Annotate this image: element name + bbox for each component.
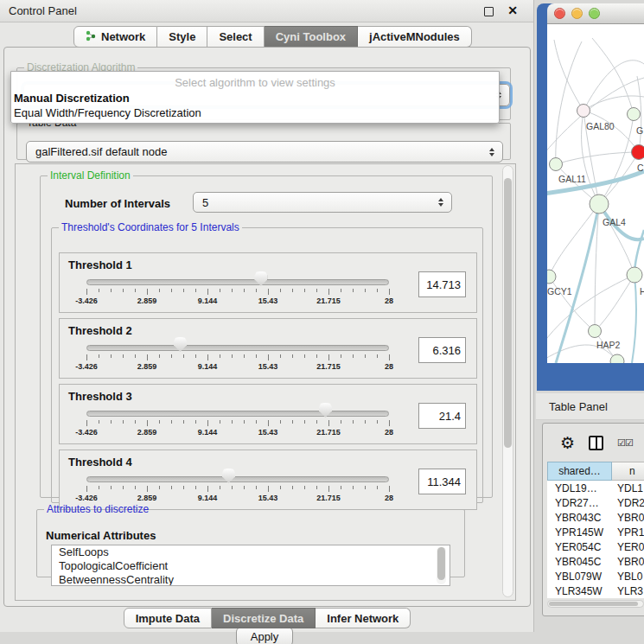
tab-style[interactable]: Style (157, 26, 207, 48)
tick-mark (159, 289, 160, 292)
network-edge[interactable] (556, 152, 639, 164)
tick-label: 15.43 (258, 296, 278, 305)
threshold-slider-track[interactable] (86, 411, 389, 417)
network-node-label: HAP2 (596, 340, 621, 350)
cell-name: YLR3 (612, 583, 644, 598)
threshold-panel: Threshold 3 -3.4262.8599.14415.4321.7152… (59, 384, 477, 444)
cell-name: YBR0 (612, 510, 644, 525)
tick-label: 15.43 (258, 428, 278, 437)
apply-button[interactable]: Apply (236, 627, 293, 644)
threshold-value-field[interactable]: 14.713 (418, 271, 466, 297)
zoom-light-icon[interactable] (589, 8, 600, 19)
network-node-g[interactable] (628, 108, 641, 121)
threshold-slider-track[interactable] (86, 345, 389, 351)
tick-mark (232, 486, 233, 489)
tab-cyni-toolbox[interactable]: Cyni Toolbox (265, 26, 358, 48)
bottom-tab-discretize-data[interactable]: Discretize Data (212, 608, 316, 628)
algorithm-placeholder-option[interactable]: Select algorithm to view settings (11, 76, 499, 89)
tick-mark (365, 420, 366, 424)
tick-label: 2.859 (137, 428, 157, 437)
tick-mark (135, 289, 136, 292)
attributes-list-scrollbar[interactable] (437, 546, 446, 584)
close-light-icon[interactable] (554, 8, 565, 19)
tick-mark (316, 354, 317, 358)
table-data-combobox[interactable]: galFiltered.sif default node (26, 141, 503, 163)
table-row[interactable]: YER054CYER0 (547, 539, 644, 554)
table-row[interactable]: YDR27…YDR2 (547, 495, 644, 510)
threshold-panel: Threshold 2 -3.4262.8599.14415.4321.7152… (59, 318, 477, 379)
tick-mark (353, 354, 354, 358)
network-node-gal4[interactable] (590, 194, 609, 214)
tick-mark (389, 420, 390, 426)
threshold-value-field[interactable]: 21.4 (418, 403, 466, 429)
columns-icon[interactable] (589, 436, 603, 450)
stepper-icon (489, 148, 494, 156)
attribute-list-item[interactable]: SelfLoops (52, 545, 450, 559)
algorithm-option-manual[interactable]: Manual Discretization (14, 92, 130, 105)
tick-mark (183, 289, 184, 292)
float-window-icon[interactable] (484, 7, 494, 16)
table-row[interactable]: YBR043CYBR0 (547, 510, 644, 525)
network-node-c[interactable] (632, 145, 644, 160)
tick-mark (365, 289, 366, 292)
tick-label: 15.43 (258, 494, 278, 502)
tick-mark (147, 420, 148, 426)
tick-mark (389, 289, 390, 295)
table-row[interactable]: YDL19…YDL1 (547, 481, 644, 495)
network-edge[interactable] (549, 277, 595, 331)
gear-icon[interactable]: ⚙ (560, 435, 575, 451)
threshold-value-field[interactable]: 11.344 (418, 469, 466, 494)
numerical-attributes-list[interactable]: SelfLoopsTopologicalCoefficientBetweenne… (51, 545, 450, 586)
tick-label: 28 (385, 494, 393, 502)
checkboxes-icon[interactable]: ☑☑ (617, 437, 633, 449)
network-node-h[interactable] (627, 267, 642, 283)
tick-label: 9.144 (198, 296, 218, 305)
settings-vertical-scrollbar[interactable] (502, 165, 513, 597)
close-icon[interactable]: ✕ (507, 3, 518, 17)
network-node-gcy1[interactable] (547, 270, 556, 284)
network-edge-highlighted[interactable] (556, 204, 599, 363)
bottom-tab-impute-data[interactable]: Impute Data (124, 608, 212, 628)
attribute-list-item[interactable]: TopologicalCoefficient (52, 559, 450, 573)
tick-mark (195, 289, 196, 292)
network-edge[interactable] (595, 275, 634, 331)
threshold-slider-track[interactable] (86, 279, 389, 285)
network-node-hap2[interactable] (589, 325, 602, 338)
tick-mark (341, 354, 341, 358)
cell-name: YPR1 (612, 525, 644, 539)
table-row[interactable]: YPR145WYPR1 (547, 525, 644, 539)
minimize-light-icon[interactable] (571, 8, 583, 19)
column-header-name[interactable]: n (612, 462, 644, 481)
tab-select[interactable]: Select (207, 26, 264, 48)
tick-mark (328, 486, 329, 492)
slider-tick-labels: -3.4262.8599.14415.4321.71528 (86, 296, 389, 306)
number-of-intervals-value: 5 (202, 196, 208, 209)
table-horizontal-scrollbar[interactable] (547, 600, 644, 608)
algorithm-option-equal-width[interactable]: Equal Width/Frequency Discretization (14, 106, 201, 119)
network-node-gal11[interactable] (550, 158, 563, 171)
network-node-gal80[interactable] (577, 105, 590, 118)
column-header-shared-name[interactable]: shared… (547, 462, 612, 481)
network-edge-highlighted[interactable] (632, 275, 636, 363)
tick-mark (292, 486, 293, 489)
tick-label: 21.715 (316, 494, 341, 502)
tick-label: 9.144 (198, 428, 218, 437)
table-row[interactable]: YLR345WYLR3 (547, 583, 644, 598)
tab-jactivemnodules[interactable]: jActiveMNodules (358, 26, 472, 48)
tick-mark (244, 420, 245, 424)
number-of-intervals-combobox[interactable]: 5 (193, 192, 452, 213)
network-canvas[interactable]: GAL80GCGAL11GAL4GCY1HHAP2 (547, 24, 644, 363)
tick-mark (183, 486, 184, 489)
tick-mark (389, 486, 390, 492)
slider-ticks (86, 354, 389, 361)
cell-shared-name: YBR043C (547, 510, 612, 525)
table-row[interactable]: YBL079WYBL0 (547, 569, 644, 583)
attribute-list-item[interactable]: BetweennessCentrality (52, 573, 450, 586)
tick-mark (171, 354, 172, 358)
threshold-slider-track[interactable] (86, 476, 389, 482)
tab-network[interactable]: Network (73, 26, 157, 48)
slider-tick-labels: -3.4262.8599.14415.4321.71528 (86, 362, 389, 372)
threshold-value-field[interactable]: 6.316 (418, 337, 466, 363)
table-row[interactable]: YBR045CYBR0 (547, 554, 644, 569)
bottom-tab-infer-network[interactable]: Infer Network (316, 608, 411, 628)
